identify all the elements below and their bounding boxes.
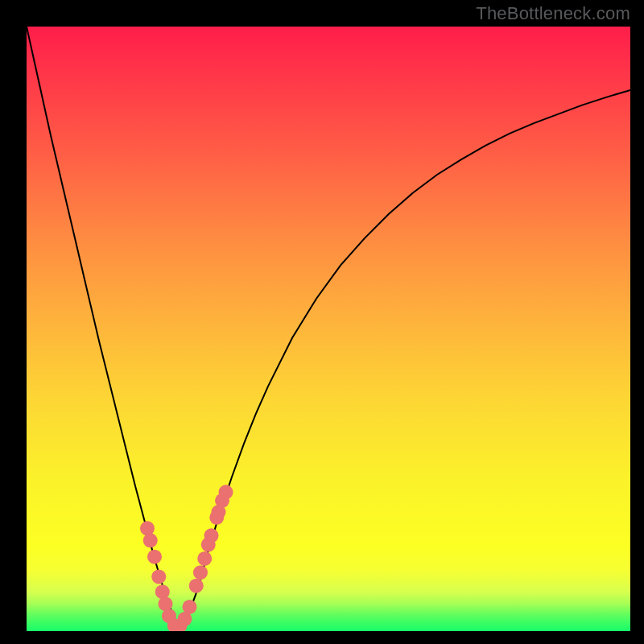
data-point — [189, 579, 204, 593]
watermark-text: TheBottleneck.com — [476, 3, 630, 24]
data-point — [151, 569, 166, 584]
data-point — [197, 551, 212, 566]
data-point — [147, 550, 162, 564]
data-point — [204, 528, 219, 543]
chart-svg — [27, 27, 630, 631]
plot-area — [27, 27, 630, 631]
data-point — [193, 565, 208, 580]
data-point — [143, 533, 158, 547]
figure-frame: TheBottleneck.com — [0, 0, 644, 644]
data-point — [140, 521, 155, 535]
data-point — [219, 485, 233, 499]
bottleneck-curve — [27, 27, 630, 625]
data-point — [183, 600, 197, 614]
data-point — [155, 584, 170, 599]
